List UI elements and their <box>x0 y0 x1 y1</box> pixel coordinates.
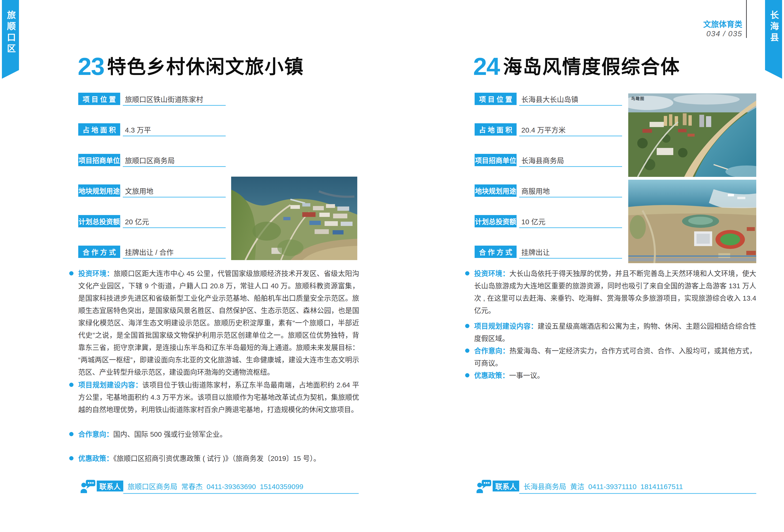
bullet-cooperation-intent: 合作意向：国内、国际 500 强或行业领军企业。 <box>78 428 359 441</box>
coastal-site-photo-art <box>628 180 756 263</box>
resort-rendering-photo: 鸟瞰图 <box>628 93 756 177</box>
field-label: 地块规划用途 <box>78 185 120 197</box>
field-value: 4.3 万平 <box>125 123 151 136</box>
bullet-label: 优惠政策： <box>78 454 113 462</box>
field-value: 20 亿元 <box>125 215 149 227</box>
field-value: 20.4 万平方米 <box>521 123 566 136</box>
project-title: 特色乡村休闲文旅小镇 <box>107 57 304 77</box>
bullet-construction-content: 项目规划建设内容：建设五星级高端酒店和公寓为主，购物、休闲、主题公园相结合综合性… <box>474 320 756 345</box>
field-label: 项目招商单位 <box>78 154 120 166</box>
bullet-label: 投资环境： <box>78 270 114 277</box>
bullet-label: 合作意向： <box>78 430 113 438</box>
resort-rendering-photo-art <box>628 93 756 177</box>
field-label: 项目招商单位 <box>475 154 516 166</box>
bullet-label: 项目规划建设内容： <box>474 322 538 330</box>
field-underline <box>123 227 226 228</box>
district-tab-lvshunkou: 旅顺口区 <box>2 0 19 79</box>
project-number: 24 <box>473 54 500 79</box>
district-tab-label: 长海县 <box>767 10 780 44</box>
bullet-label: 合作意向： <box>474 347 509 355</box>
field-value: 旅顺口区商务局 <box>125 154 175 166</box>
field-value: 长海县大长山岛镇 <box>521 93 578 105</box>
bullet-text: 旅顺口区距大连市中心 45 公里，代管国家级旅顺经济技术开发区、省级太阳沟文化产… <box>78 270 359 376</box>
contact-label-box: 联系人 <box>97 481 123 492</box>
contact-info: 长海县商务局 黄洁 0411-39371110 18141167511 <box>524 481 683 492</box>
field-value: 挂牌出让 / 合作 <box>125 246 173 258</box>
field-underline <box>123 258 226 259</box>
bullet-text: 《旅顺口区招商引资优惠政策 ( 试行 )》（旅商务发〔2019〕15 号）。 <box>113 454 320 462</box>
field-label: 计划总投资额 <box>475 215 516 227</box>
page-header: 文旅体育类 034 / 035 <box>703 20 742 38</box>
contact-info: 旅顺口区商务局 常春杰 0411-39363690 15140359099 <box>128 481 304 492</box>
contact-row: 联系人 长海县商务局 黄洁 0411-39371110 18141167511 <box>477 479 756 494</box>
field-label: 占 地 面 积 <box>78 123 120 136</box>
bullet-preferential-policy: 优惠政策：《旅顺口区招商引资优惠政策 ( 试行 )》（旅商务发〔2019〕15 … <box>78 452 359 465</box>
field-value: 文旅用地 <box>125 185 153 197</box>
page-numbers: 034 / 035 <box>703 29 742 38</box>
field-value: 长海县商务局 <box>521 154 564 166</box>
bullet-cooperation-intent: 合作意向：热爱海岛、有一定经济实力，合作方式可合资、合作、入股均可，或其他方式，… <box>474 345 756 369</box>
bullet-preferential-policy: 优惠政策：一事一议。 <box>474 369 756 382</box>
bullet-label: 项目规划建设内容： <box>78 381 142 389</box>
field-underline <box>519 197 622 197</box>
contact-row: 联系人 旅顺口区商务局 常春杰 0411-39363690 1514035909… <box>81 479 359 494</box>
field-underline <box>519 227 622 228</box>
bullet-label: 优惠政策： <box>474 371 509 379</box>
aerial-village-photo <box>231 177 357 260</box>
field-value: 旅顺口区铁山街道陈家村 <box>125 93 203 105</box>
person-chat-bubble-icon <box>81 479 96 493</box>
person-chat-bubble-icon <box>477 479 492 493</box>
bullet-text: 热爱海岛、有一定经济实力，合作方式可合资、合作、入股均可，或其他方式，可商议。 <box>474 347 756 367</box>
district-tab-label: 旅顺口区 <box>4 10 17 55</box>
bullet-text: 大长山岛依托于得天独厚的优势，并且不断完善岛上天然环境和人文环境，使大长山岛旅游… <box>474 270 756 314</box>
category-label: 文旅体育类 <box>703 20 742 29</box>
bullet-label: 投资环境： <box>474 270 509 277</box>
field-label: 地块规划用途 <box>475 185 516 197</box>
field-underline <box>123 105 226 106</box>
field-label: 项 目 位 置 <box>78 93 120 105</box>
brochure-spread: 旅顺口区 长海县 文旅体育类 034 / 035 23 特色乡村休闲文旅小镇 项… <box>0 0 784 532</box>
project-number: 23 <box>78 54 104 79</box>
bullet-investment-environment: 投资环境：旅顺口区距大连市中心 45 公里，代管国家级旅顺经济技术开发区、省级太… <box>78 268 359 379</box>
photo-caption: 鸟瞰图 <box>631 95 645 101</box>
project-title: 海岛风情度假综合体 <box>503 57 680 77</box>
contact-underline <box>123 493 359 494</box>
field-label: 占 地 面 积 <box>475 123 516 136</box>
field-underline <box>519 105 622 106</box>
contact-underline <box>519 493 756 494</box>
coastal-site-photo <box>628 180 756 263</box>
field-underline <box>519 166 622 167</box>
field-value: 10 亿元 <box>521 215 545 227</box>
field-label: 项 目 位 置 <box>475 93 516 105</box>
bullet-construction-content: 项目规划建设内容：该项目位于铁山街道陈家村，系辽东半岛最南端，占地面积约 2.6… <box>78 379 359 416</box>
field-underline <box>123 197 226 197</box>
header-divider <box>746 0 747 38</box>
bullet-text: 国内、国际 500 强或行业领军企业。 <box>113 430 227 438</box>
contact-label-box: 联系人 <box>493 481 519 492</box>
field-label: 合 作 方 式 <box>475 246 516 258</box>
field-value: 挂牌出让 <box>521 246 550 258</box>
field-underline <box>123 136 226 136</box>
bullet-investment-environment: 投资环境：大长山岛依托于得天独厚的优势，并且不断完善岛上天然环境和人文环境，使大… <box>474 268 756 317</box>
district-tab-changhai: 长海县 <box>765 0 782 79</box>
field-underline <box>519 136 622 136</box>
field-value: 商服用地 <box>521 185 550 197</box>
field-underline <box>123 166 226 167</box>
field-underline <box>519 258 622 259</box>
bullet-text: 一事一议。 <box>509 371 544 379</box>
field-label: 合 作 方 式 <box>78 246 120 258</box>
aerial-village-photo-art <box>231 177 357 260</box>
field-label: 计划总投资额 <box>78 215 120 227</box>
